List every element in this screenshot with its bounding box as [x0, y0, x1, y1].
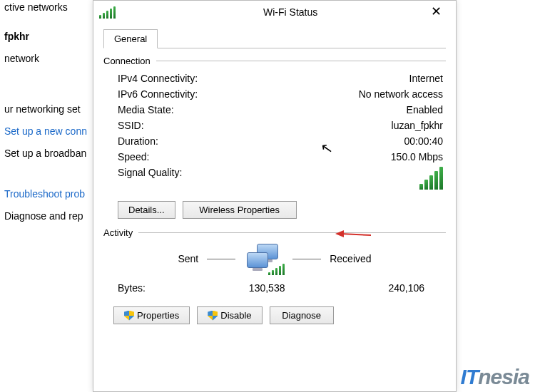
- wireless-properties-button[interactable]: Wireless Properties: [183, 201, 297, 219]
- bg-link-diagnose[interactable]: Diagnose and rep: [4, 209, 100, 224]
- ssid-label: SSID:: [118, 120, 144, 131]
- signal-bars-icon: [419, 167, 443, 190]
- bg-network-name: fpkhr: [4, 29, 100, 44]
- shield-icon: [124, 311, 134, 321]
- speed-value: 150.0 Mbps: [391, 151, 443, 163]
- titlebar: Wi-Fi Status ✕: [93, 1, 456, 24]
- wifi-status-dialog: Wi-Fi Status ✕ General Connection IPv4 C…: [93, 0, 457, 392]
- sent-label: Sent: [178, 253, 198, 264]
- monitors-icon: [244, 244, 284, 274]
- ipv6-label: IPv6 Connectivity:: [118, 88, 198, 100]
- dash-icon: [207, 259, 235, 259]
- bg-link-troubleshoot[interactable]: Troubleshoot prob: [4, 187, 100, 202]
- disable-button[interactable]: Disable: [197, 306, 262, 324]
- media-state-value: Enabled: [407, 104, 443, 115]
- ipv6-value: No network access: [359, 88, 443, 100]
- speed-label: Speed:: [118, 151, 149, 163]
- background-network-center: ctive networks fpkhr network ur networki…: [0, 0, 100, 231]
- tabstrip: General: [103, 29, 446, 48]
- dialog-title: Wi-Fi Status: [263, 6, 422, 18]
- shield-icon: [208, 311, 218, 321]
- mini-signal-icon: [268, 264, 285, 275]
- signal-quality-value: [419, 167, 443, 192]
- bg-network-type: network: [4, 51, 100, 66]
- properties-button[interactable]: Properties: [113, 306, 190, 324]
- media-state-label: Media State:: [118, 104, 174, 115]
- bg-link-broadband[interactable]: Set up a broadban: [4, 146, 100, 161]
- bg-settings-heading: ur networking set: [4, 102, 100, 117]
- connection-group: Connection: [103, 56, 446, 66]
- bg-active-networks: ctive networks: [4, 0, 100, 15]
- signal-quality-label: Signal Quality:: [118, 167, 182, 192]
- bytes-received: 240,106: [388, 282, 424, 294]
- ipv4-label: IPv4 Connectivity:: [118, 73, 198, 84]
- wifi-icon: [99, 6, 258, 19]
- tab-general[interactable]: General: [103, 29, 158, 48]
- close-button[interactable]: ✕: [422, 2, 450, 22]
- bg-link-new-connection[interactable]: Set up a new conn: [4, 124, 100, 139]
- ssid-value: luzan_fpkhr: [392, 120, 443, 131]
- dash-icon: [292, 259, 321, 259]
- activity-group: Activity: [103, 227, 446, 238]
- duration-label: Duration:: [118, 135, 158, 147]
- bytes-sent: 130,538: [146, 282, 388, 294]
- watermark: ITnesia: [461, 365, 529, 389]
- ipv4-value: Internet: [409, 73, 443, 84]
- activity-graphic: Sent Received: [103, 244, 446, 274]
- duration-value: 00:00:40: [404, 135, 444, 147]
- diagnose-button[interactable]: Diagnose: [270, 306, 334, 324]
- bytes-label: Bytes:: [118, 282, 146, 294]
- details-button[interactable]: Details...: [118, 201, 175, 219]
- received-label: Received: [330, 253, 371, 264]
